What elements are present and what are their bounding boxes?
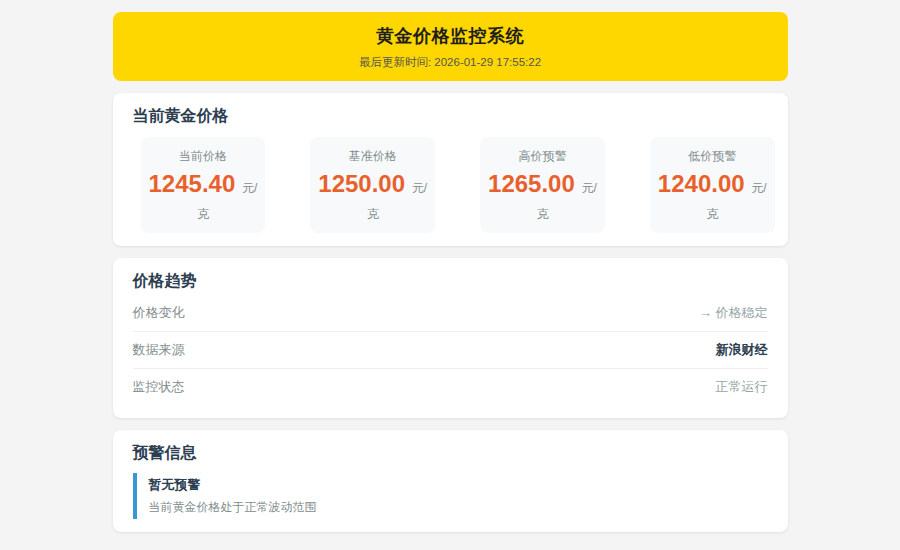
row-label: 监控状态 (133, 378, 185, 396)
price-number: 1265.00 (488, 170, 575, 197)
price-unit-gram: 克 (149, 206, 258, 223)
price-label: 高价预警 (488, 148, 597, 165)
price-unit-gram: 克 (658, 206, 767, 223)
price-label: 低价预警 (658, 148, 767, 165)
price-unit: 元/ (242, 181, 257, 195)
price-label: 基准价格 (318, 148, 427, 165)
price-unit: 元/ (582, 181, 597, 195)
price-number: 1250.00 (318, 170, 405, 197)
price-box-current: 当前价格 1245.40 元/ 克 (141, 137, 266, 233)
price-value: 1245.40 元/ (149, 170, 258, 199)
price-box-high-alert: 高价预警 1265.00 元/ 克 (480, 137, 605, 233)
alert-card: 预警信息 暂无预警 当前黄金价格处于正常波动范围 (113, 430, 788, 532)
price-box-low-alert: 低价预警 1240.00 元/ 克 (650, 137, 775, 233)
price-unit: 元/ (751, 181, 766, 195)
trend-row-monitor-status: 监控状态 正常运行 (133, 369, 768, 405)
price-grid: 当前价格 1245.40 元/ 克 基准价格 1250.00 元/ 克 高价预警… (133, 137, 768, 233)
price-unit-gram: 克 (488, 206, 597, 223)
price-value: 1240.00 元/ (658, 170, 767, 199)
app-title: 黄金价格监控系统 (123, 24, 778, 48)
price-change-value: → 价格稳定 (699, 304, 768, 322)
trend-card: 价格趋势 价格变化 → 价格稳定 数据来源 新浪财经 监控状态 正常运行 (113, 258, 788, 418)
current-price-card: 当前黄金价格 当前价格 1245.40 元/ 克 基准价格 1250.00 元/… (113, 93, 788, 246)
section-title-current-price: 当前黄金价格 (133, 106, 768, 125)
section-title-trend: 价格趋势 (133, 271, 768, 290)
alert-title: 暂无预警 (149, 476, 768, 494)
price-label: 当前价格 (149, 148, 258, 165)
row-label: 价格变化 (133, 304, 185, 322)
price-number: 1240.00 (658, 170, 745, 197)
data-source-value: 新浪财经 (716, 341, 768, 359)
price-unit: 元/ (412, 181, 427, 195)
row-label: 数据来源 (133, 341, 185, 359)
trend-row-data-source: 数据来源 新浪财经 (133, 332, 768, 369)
trend-rows: 价格变化 → 价格稳定 数据来源 新浪财经 监控状态 正常运行 (133, 295, 768, 405)
last-update-time: 最后更新时间: 2026-01-29 17:55:22 (123, 55, 778, 70)
page-container: 黄金价格监控系统 最后更新时间: 2026-01-29 17:55:22 当前黄… (113, 0, 788, 550)
page-footer: 黄金价格监控系统 © 2026 (113, 544, 788, 550)
price-number: 1245.40 (149, 170, 236, 197)
alert-item: 暂无预警 当前黄金价格处于正常波动范围 (133, 473, 768, 519)
price-box-base: 基准价格 1250.00 元/ 克 (310, 137, 435, 233)
price-value: 1265.00 元/ (488, 170, 597, 199)
app-header: 黄金价格监控系统 最后更新时间: 2026-01-29 17:55:22 (113, 12, 788, 81)
price-unit-gram: 克 (318, 206, 427, 223)
price-value: 1250.00 元/ (318, 170, 427, 199)
monitor-status-value: 正常运行 (716, 378, 768, 396)
trend-row-price-change: 价格变化 → 价格稳定 (133, 295, 768, 332)
section-title-alerts: 预警信息 (133, 443, 768, 462)
alert-message: 当前黄金价格处于正常波动范围 (149, 499, 768, 516)
